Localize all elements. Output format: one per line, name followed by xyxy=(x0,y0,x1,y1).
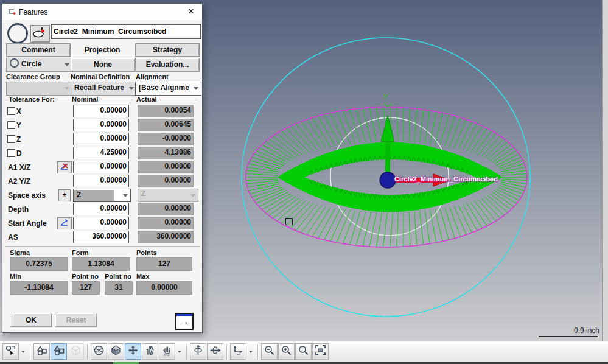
select-features-button[interactable] xyxy=(2,343,19,360)
sigma-value: 0.72375 xyxy=(10,257,68,271)
z-checkbox[interactable] xyxy=(7,135,15,143)
zoom-out-button[interactable] xyxy=(261,343,278,360)
tolerance-row-start-angle: Start Angle 0.00000 0.00000 xyxy=(2,216,202,230)
cube-ghost-icon xyxy=(70,345,82,359)
pan-button[interactable] xyxy=(125,343,141,360)
ok-button[interactable]: OK xyxy=(10,313,52,327)
tolerance-row-as: AS 360.00000 360.00000 xyxy=(2,230,202,244)
clearance-group-select[interactable] xyxy=(6,82,72,96)
axis-z-button[interactable]: +z xyxy=(230,343,246,360)
toolbar-items: XYZ+z xyxy=(2,343,329,360)
form-label: Form xyxy=(72,249,89,256)
z-actual-value: -0.00000 xyxy=(138,133,194,145)
d-nominal-input[interactable]: 4.25000 xyxy=(73,147,129,159)
row-label: X xyxy=(16,107,21,116)
tolerance-row-depth: Depth 0.00000 0.00000 xyxy=(2,202,202,216)
zoom-out-icon xyxy=(264,345,275,359)
select-features-icon xyxy=(5,345,16,359)
start-angle-button[interactable] xyxy=(57,217,72,229)
space-axis-actual-select: Z xyxy=(138,189,198,202)
rotate-x-button[interactable] xyxy=(207,343,223,360)
points-value: 127 xyxy=(136,257,192,271)
wheel-view-icon xyxy=(93,345,105,359)
x-nominal-input[interactable]: 0.00000 xyxy=(73,105,129,117)
feature-type-select[interactable]: Circle xyxy=(6,58,72,72)
row-label: A2 Y/Z xyxy=(8,177,30,186)
x-checkbox[interactable] xyxy=(7,107,15,115)
projection-label: Projection xyxy=(71,46,134,54)
fit-view-button[interactable] xyxy=(312,343,329,360)
y-actual-value: 0.00645 xyxy=(138,119,194,131)
show-features-button[interactable] xyxy=(51,343,67,360)
wheel-view-button[interactable] xyxy=(91,343,107,360)
comment-button[interactable]: Comment xyxy=(6,43,71,57)
a2-actual-value: 0.00000 xyxy=(138,175,194,187)
rotate-y-button[interactable] xyxy=(190,343,206,360)
dialog-titlebar[interactable]: Features ✕ xyxy=(2,4,202,20)
alignment-label: Alignment xyxy=(136,73,169,80)
magnifier-button[interactable] xyxy=(295,343,312,360)
nominal-legend: Nominal xyxy=(72,96,98,103)
min-label: Min xyxy=(10,273,21,280)
y-checkbox[interactable] xyxy=(7,121,15,129)
highlight-features-button[interactable] xyxy=(33,343,50,360)
close-icon[interactable]: ✕ xyxy=(183,5,200,18)
taskbar-strip xyxy=(0,362,608,364)
form-value: 1.13084 xyxy=(72,257,130,271)
app-logo-icon xyxy=(7,8,16,15)
row-label: Depth xyxy=(8,205,29,214)
features-dialog: Features ✕ Comment Projection Strategy C… xyxy=(2,3,203,333)
alignment-select[interactable]: [Base Alignme xyxy=(135,82,201,96)
scale-label: 0.9 inch xyxy=(539,326,599,335)
d-checkbox[interactable] xyxy=(7,149,15,157)
cube-view-button[interactable] xyxy=(108,343,124,360)
tolerance-legend: Tolerance For: xyxy=(9,96,55,103)
pointno1-label: Point no xyxy=(72,273,99,280)
y-nominal-input[interactable]: 0.00000 xyxy=(73,119,129,131)
zoom-in-button[interactable] xyxy=(278,343,295,360)
tolerance-row-a1: A1 X/Z 0.00000 0.00000 xyxy=(2,160,202,174)
a2-nominal-input[interactable]: 0.00000 xyxy=(73,175,129,187)
probe-strategy-button[interactable] xyxy=(30,25,50,43)
start-angle-actual-value: 0.00000 xyxy=(138,217,194,229)
angle-constraint-button[interactable] xyxy=(57,161,72,173)
row-label: A1 X/Z xyxy=(8,163,30,172)
hand-button[interactable] xyxy=(142,343,158,360)
z-nominal-input[interactable]: 0.00000 xyxy=(73,133,129,145)
chevron-down-icon[interactable] xyxy=(19,343,27,360)
taskbar-indicator xyxy=(113,362,139,364)
dialog-title: Features xyxy=(19,8,47,16)
depth-nominal-input[interactable]: 0.00000 xyxy=(73,203,129,215)
space-axis-select[interactable]: Z xyxy=(73,189,131,202)
chevron-down-icon[interactable] xyxy=(247,343,254,360)
reset-button[interactable]: Reset xyxy=(55,313,97,327)
svg-text:+z: +z xyxy=(237,352,240,356)
start-angle-nominal-input[interactable]: 0.00000 xyxy=(73,217,129,229)
projection-value-button[interactable]: None xyxy=(71,58,135,72)
strategy-button[interactable]: Strategy xyxy=(135,43,200,57)
scale-bar: 0.9 inch xyxy=(539,326,599,337)
legend-line xyxy=(159,100,197,100)
nominal-definition-label: Nominal Definition xyxy=(71,73,130,80)
chevron-down-icon[interactable] xyxy=(176,343,183,360)
legend-line xyxy=(101,100,133,100)
hand-xyz-button[interactable]: XYZ xyxy=(159,343,175,360)
row-label: Space axis xyxy=(8,191,46,200)
next-button-accent xyxy=(176,314,192,316)
space-axis-value: Z xyxy=(74,190,114,201)
as-nominal-input[interactable]: 360.00000 xyxy=(73,231,129,243)
angle-cross-icon xyxy=(60,162,69,170)
evaluation-button[interactable]: Evaluation... xyxy=(135,58,200,72)
circle-type-icon xyxy=(10,58,19,68)
selection-marker xyxy=(285,218,293,225)
tolerance-row-a2: A2 Y/Z 0.00000 0.00000 xyxy=(2,174,202,188)
toolbar-separator xyxy=(226,344,228,360)
plus-minus-button[interactable]: ± xyxy=(58,189,71,201)
next-feature-button[interactable]: → xyxy=(175,313,194,330)
sigma-label: Sigma xyxy=(10,249,30,256)
toolbar-separator xyxy=(186,344,187,360)
chevron-down-icon xyxy=(190,194,195,197)
feature-name-input[interactable] xyxy=(51,24,201,39)
a1-nominal-input[interactable]: 0.00000 xyxy=(73,161,129,173)
nominal-definition-select[interactable]: Recall Feature xyxy=(71,82,137,96)
